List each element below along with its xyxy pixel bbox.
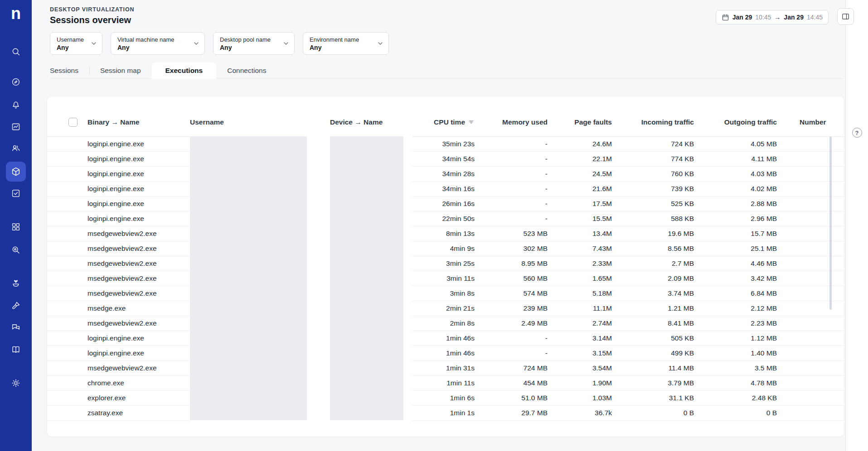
table-row[interactable]: explorer.exe 1min 6s 51.0 MB 1.03M 31.1 … — [47, 390, 844, 405]
binary-name-cell[interactable]: loginpi.engine.exe — [81, 345, 190, 360]
binary-name-cell[interactable]: msedgewebview2.exe — [81, 256, 190, 271]
inspect-icon[interactable] — [7, 241, 24, 259]
binary-name-cell[interactable]: loginpi.engine.exe — [81, 331, 190, 345]
grid-icon[interactable] — [7, 218, 24, 235]
username-cell — [190, 226, 330, 241]
binary-name-cell[interactable]: msedge.exe — [81, 301, 190, 316]
binary-name-cell[interactable]: loginpi.engine.exe — [81, 166, 190, 181]
table-row[interactable]: zsatray.exe 1min 1s 29.7 MB 36.7k 0 B 0 … — [47, 405, 844, 420]
settings-gear-icon[interactable] — [7, 374, 24, 392]
filter-desktop-pool-name[interactable]: Desktop pool name Any — [213, 32, 295, 55]
vertical-scrollbar[interactable] — [829, 136, 832, 310]
compass-icon[interactable] — [7, 73, 24, 91]
column-header-username[interactable]: Username — [190, 108, 330, 136]
date-range-picker[interactable]: Jan 29 10:45 → Jan 29 14:45 — [716, 10, 829, 24]
device-cell — [330, 241, 412, 256]
binary-name-cell[interactable]: msedgewebview2.exe — [81, 360, 190, 375]
sort-icon[interactable] — [468, 119, 475, 125]
binary-name-cell[interactable]: loginpi.engine.exe — [81, 151, 190, 166]
table-row[interactable]: msedgewebview2.exe 3min 8s 574 MB 5.18M … — [47, 286, 844, 301]
column-header-incoming-traffic[interactable]: Incoming traffic — [612, 108, 694, 136]
row-select-cell — [47, 360, 81, 375]
bell-icon[interactable] — [7, 96, 24, 113]
redacted-device-block — [330, 196, 403, 211]
table-row[interactable]: loginpi.engine.exe 34min 16s - 21.6M 739… — [47, 181, 844, 196]
panel-toggle-button[interactable] — [837, 8, 854, 25]
binary-name-cell[interactable]: loginpi.engine.exe — [81, 181, 190, 196]
table-row[interactable]: msedgewebview2.exe 2min 8s 2.49 MB 2.74M… — [47, 316, 844, 331]
incoming-traffic-cell: 588 KB — [612, 211, 694, 226]
redacted-device-block — [330, 316, 403, 331]
column-header-device[interactable]: Device → Name — [330, 108, 412, 136]
chat-icon[interactable] — [7, 319, 24, 336]
table-row[interactable]: msedgewebview2.exe 4min 9s 302 MB 7.43M … — [47, 241, 844, 256]
table-row[interactable]: loginpi.engine.exe 35min 23s - 24.6M 724… — [47, 136, 844, 151]
column-header-cpu-time[interactable]: CPU time — [412, 108, 475, 136]
binary-name-cell[interactable]: loginpi.engine.exe — [81, 136, 190, 151]
table-row[interactable]: msedgewebview2.exe 3min 11s 560 MB 1.65M… — [47, 271, 844, 286]
page-faults-cell: 15.5M — [548, 211, 612, 226]
row-select-cell — [47, 271, 81, 286]
tab-executions[interactable]: Executions — [152, 62, 217, 79]
filter-environment-name[interactable]: Environment name Any — [303, 32, 389, 55]
table-row[interactable]: loginpi.engine.exe 22min 50s - 15.5M 588… — [47, 211, 844, 226]
tab-sessions[interactable]: Sessions — [50, 62, 89, 78]
filter-value: Any — [57, 44, 68, 51]
table-row[interactable]: msedgewebview2.exe 8min 13s 523 MB 13.4M… — [47, 226, 844, 241]
column-header-number[interactable]: Number — [777, 108, 844, 136]
table-row[interactable]: msedgewebview2.exe 1min 31s 724 MB 3.54M… — [47, 360, 844, 375]
binary-name-cell[interactable]: msedgewebview2.exe — [81, 226, 190, 241]
binary-name-cell[interactable]: chrome.exe — [81, 375, 190, 390]
column-header-binary[interactable]: Binary → Name — [81, 108, 190, 136]
column-header-page-faults[interactable]: Page faults — [548, 108, 612, 136]
binary-name-cell[interactable]: msedgewebview2.exe — [81, 241, 190, 256]
tab-session-map[interactable]: Session map — [89, 62, 152, 78]
binary-name-cell[interactable]: loginpi.engine.exe — [81, 211, 190, 226]
binary-name-cell[interactable]: explorer.exe — [81, 390, 190, 405]
outgoing-traffic-cell: 1.40 MB — [694, 345, 777, 360]
tab-connections[interactable]: Connections — [216, 62, 277, 78]
binary-name-cell[interactable]: msedgewebview2.exe — [81, 271, 190, 286]
table-row[interactable]: chrome.exe 1min 11s 454 MB 1.90M 3.79 MB… — [47, 375, 844, 390]
table-row[interactable]: loginpi.engine.exe 26min 16s - 17.5M 525… — [47, 196, 844, 211]
filter-username[interactable]: Username Any — [50, 32, 102, 55]
task-check-icon[interactable] — [7, 185, 24, 202]
search-icon[interactable] — [7, 43, 24, 60]
help-icon[interactable]: ? — [852, 128, 862, 138]
binary-name-cell[interactable]: msedgewebview2.exe — [81, 316, 190, 331]
device-cell — [330, 226, 412, 241]
table-row[interactable]: msedge.exe 2min 21s 239 MB 11.1M 1.21 MB… — [47, 301, 844, 316]
table-header-row: Binary → Name Username Device → Name CPU… — [47, 108, 844, 136]
cpu-time-cell: 22min 50s — [412, 211, 475, 226]
brush-icon[interactable] — [7, 297, 24, 314]
table-row[interactable]: loginpi.engine.exe 1min 46s - 3.15M 499 … — [47, 345, 844, 360]
cube-icon[interactable] — [6, 162, 26, 182]
memory-used-cell: 8.95 MB — [475, 256, 548, 271]
plant-icon[interactable] — [7, 274, 24, 292]
column-header-outgoing-traffic[interactable]: Outgoing traffic — [694, 108, 777, 136]
table-row[interactable]: msedgewebview2.exe 3min 25s 8.95 MB 2.33… — [47, 256, 844, 271]
memory-used-cell: 724 MB — [475, 360, 548, 375]
column-header-memory-used[interactable]: Memory used — [475, 108, 548, 136]
table-row[interactable]: loginpi.engine.exe 1min 46s - 3.14M 505 … — [47, 331, 844, 345]
filter-virtual-machine-name[interactable]: Virtual machine name Any — [111, 32, 205, 55]
date-range-start-date: Jan 29 — [732, 14, 752, 21]
people-icon[interactable] — [7, 139, 24, 157]
date-range-start-time: 10:45 — [755, 14, 771, 21]
table-row[interactable]: loginpi.engine.exe 34min 28s - 24.5M 760… — [47, 166, 844, 181]
app-logo[interactable]: n — [0, 5, 32, 22]
dashboard-icon[interactable] — [7, 118, 24, 135]
binary-name-cell[interactable]: zsatray.exe — [81, 405, 190, 420]
binary-name-cell[interactable]: loginpi.engine.exe — [81, 196, 190, 211]
table-row[interactable]: loginpi.engine.exe 34min 54s - 22.1M 774… — [47, 151, 844, 166]
memory-used-cell: - — [475, 166, 548, 181]
select-all-checkbox[interactable] — [68, 118, 78, 127]
page-faults-cell: 17.5M — [548, 196, 612, 211]
page-faults-cell: 3.54M — [548, 360, 612, 375]
binary-name-cell[interactable]: msedgewebview2.exe — [81, 286, 190, 301]
book-icon[interactable] — [7, 341, 24, 358]
device-cell — [330, 405, 412, 420]
date-range-arrow: → — [774, 14, 781, 21]
memory-used-cell: - — [475, 345, 548, 360]
outgoing-traffic-cell: 4.11 MB — [694, 151, 777, 166]
